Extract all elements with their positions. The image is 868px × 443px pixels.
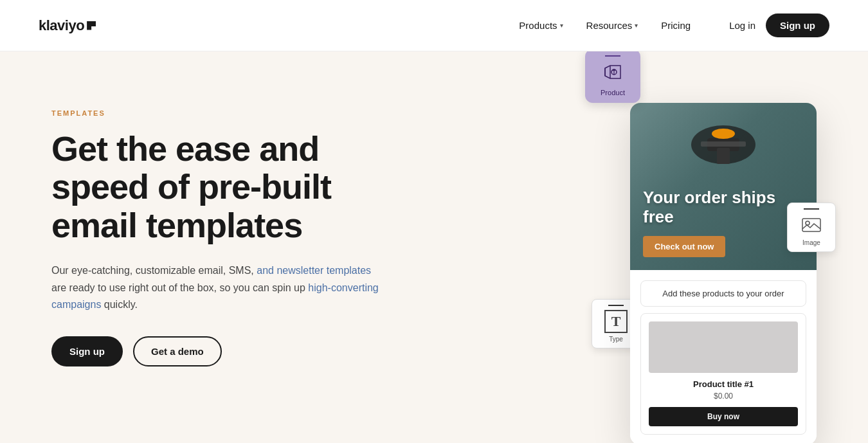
email-card-body: Add these products to your order Product… [630,270,817,443]
buy-now-button[interactable]: Buy now [649,407,798,426]
product-icon [600,60,626,86]
hero-desc-text2: are ready to use right out of the box, s… [51,282,308,293]
svg-rect-2 [717,148,730,164]
nav-item-resources[interactable]: Resources ▾ [586,20,638,31]
hero-buttons: Sign up Get a demo [51,336,386,366]
hero-description: Our eye-catching, customizable email, SM… [51,262,386,313]
svg-rect-4 [701,141,746,147]
nav-products-label: Products [519,20,557,31]
hero-content: TEMPLATES Get the ease and speed of pre-… [51,90,386,366]
product-widget-label: Product [590,89,635,96]
hero-title: Get the ease and speed of pre-built emai… [51,130,386,244]
add-products-label: Add these products to your order [640,280,806,307]
product-widget: Product [585,51,640,103]
email-card-text: Your order ships free Check out now [643,188,804,257]
hero-section: TEMPLATES Get the ease and speed of pre-… [0,51,868,443]
product-widget-bar [605,55,620,57]
type-widget-bar [608,305,624,306]
login-button[interactable]: Log in [729,20,755,31]
chevron-down-icon: ▾ [635,22,638,29]
signup-button-nav[interactable]: Sign up [766,14,829,37]
type-widget-label: Type [597,336,635,343]
nav-resources-label: Resources [586,20,633,31]
pedal-image-icon [682,109,765,180]
logo-flag-icon [87,21,96,30]
navbar: klaviyo Products ▾ Resources ▾ Pricing L… [0,0,868,51]
email-hero-image: Your order ships free Check out now [630,103,817,270]
logo-text: klaviyo [39,17,84,34]
nav-item-products[interactable]: Products ▾ [519,20,563,31]
image-widget-bar [804,208,819,210]
demo-button[interactable]: Get a demo [133,336,222,366]
hero-tag: TEMPLATES [51,109,386,117]
type-icon: T [604,310,628,333]
svg-rect-5 [802,219,820,231]
nav-item-pricing[interactable]: Pricing [661,20,691,31]
nav-actions: Log in Sign up [729,14,829,37]
svg-point-3 [712,129,735,139]
product-name: Product title #1 [649,379,798,389]
product-image [649,321,798,373]
email-card-title: Your order ships free [643,188,804,227]
email-cta-button[interactable]: Check out now [643,236,725,257]
signup-button-hero[interactable]: Sign up [51,336,123,366]
hero-desc-text3: quickly. [101,299,138,310]
logo[interactable]: klaviyo [39,17,96,34]
svg-point-6 [806,221,809,225]
nav-links: Products ▾ Resources ▾ Pricing [519,20,691,31]
chevron-down-icon: ▾ [560,22,563,29]
email-mockup-card: Your order ships free Check out now Add … [630,103,817,443]
hero-desc-text1: Our eye-catching, customizable email, SM… [51,265,257,276]
product-card: Product title #1 $0.00 Buy now [640,313,806,435]
nav-pricing-label: Pricing [661,20,691,31]
product-price: $0.00 [649,392,798,401]
newsletter-templates-link[interactable]: and newsletter templates [257,265,371,276]
